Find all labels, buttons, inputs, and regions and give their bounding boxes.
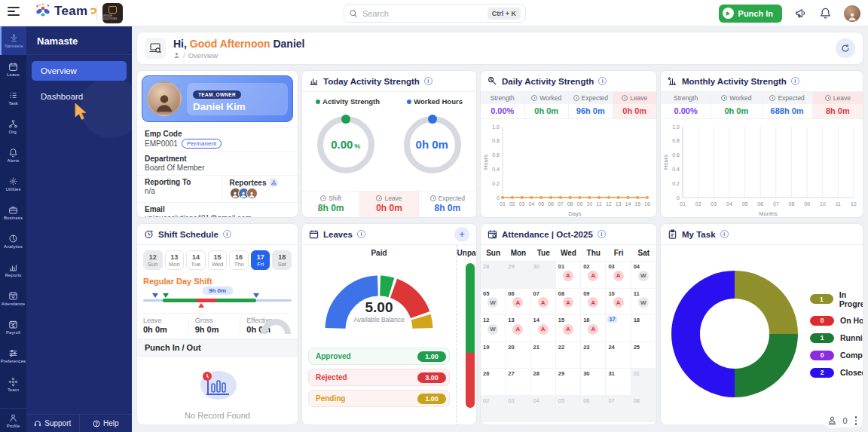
calendar-day-03[interactable]: 03 [506, 396, 530, 423]
add-leave-button[interactable] [454, 227, 469, 242]
calendar-day-19[interactable]: 19 [481, 342, 506, 369]
calendar-day-24[interactable]: 24 [606, 342, 631, 369]
svg-text:10: 10 [820, 201, 826, 207]
calendar-day-04[interactable]: 04W [631, 262, 656, 289]
info-icon[interactable] [598, 230, 606, 238]
sidebar-item-business[interactable]: Business [0, 198, 26, 227]
sidebar-item-attendance[interactable]: Attendance [0, 284, 26, 313]
help-button[interactable]: Help [79, 415, 133, 432]
gauge-ring: 0h 0m [404, 116, 461, 173]
shift-timeline: 9h 0m [143, 286, 292, 309]
calendar-day-26[interactable]: 26 [481, 369, 506, 396]
calendar-day-30[interactable]: 30 [531, 262, 556, 289]
sidebar-item-alerts[interactable]: Alerts [0, 141, 26, 170]
info-icon[interactable] [598, 77, 607, 85]
day-pill-fri[interactable]: 17Fri [251, 250, 270, 270]
search-input[interactable] [362, 9, 483, 18]
calendar-day-28[interactable]: 28 [481, 262, 506, 289]
sidebar-item-payroll[interactable]: Payroll [0, 313, 26, 342]
info-icon[interactable] [791, 77, 799, 85]
day-pill-mon[interactable]: 13Mon [165, 250, 185, 270]
calendar-day-16[interactable]: 16A [581, 315, 606, 342]
profile-card: TEAM_OWNER Daniel Kim Emp Code EMP0001 P… [136, 70, 298, 218]
calendar-day-31[interactable]: 31 [606, 369, 631, 396]
calendar-day-08[interactable]: 08 [631, 396, 656, 423]
calendar-day-27[interactable]: 27 [506, 369, 530, 396]
calendar-day-30[interactable]: 30 [581, 369, 606, 396]
sidebar-item-preferences[interactable]: Preferences [0, 342, 26, 370]
calendar-day-03[interactable]: 03A [606, 262, 631, 289]
calendar-day-25[interactable]: 25 [631, 342, 656, 369]
sidebar-item-utilities[interactable]: Utilities [0, 170, 26, 198]
info-icon[interactable] [424, 77, 432, 85]
sidebar-item-leave[interactable]: Leave [0, 55, 26, 84]
calendar-day-13[interactable]: 13A [506, 315, 530, 342]
day-pill-thu[interactable]: 16Thu [229, 250, 249, 270]
day-pill-wed[interactable]: 15Wed [208, 250, 228, 270]
svg-text:0.2: 0.2 [492, 181, 500, 186]
calendar-day-01[interactable]: 01A [556, 262, 581, 289]
svg-text:05: 05 [742, 201, 748, 207]
calendar-day-10[interactable]: 10A [606, 289, 631, 316]
panel-item-dashboard[interactable]: Dashboard [32, 87, 127, 106]
calendar-day-02[interactable]: 02 [481, 396, 506, 423]
sidebar-item-analytics[interactable]: Analytics [0, 227, 26, 256]
calendar-day-02[interactable]: 02A [581, 262, 606, 289]
calendar-day-08[interactable]: 08A [556, 289, 581, 316]
calendar-day-05[interactable]: 05 [556, 396, 581, 423]
info-icon[interactable] [357, 230, 365, 238]
calendar-day-22[interactable]: 22 [556, 342, 581, 369]
announcements-icon[interactable] [794, 7, 807, 20]
calendar-day-28[interactable]: 28 [531, 369, 556, 396]
calendar-day-29[interactable]: 29 [556, 369, 581, 396]
calendar-day-06[interactable]: 06 [581, 396, 606, 423]
support-button[interactable]: Support [26, 415, 79, 432]
svg-text:04: 04 [726, 201, 732, 207]
punch-in-button[interactable]: Punch In [719, 5, 782, 23]
calendar-day-09[interactable]: 09A [581, 289, 606, 316]
global-search[interactable]: Ctrl + K [344, 4, 526, 23]
svg-text:03: 03 [711, 201, 717, 207]
calendar-day-04[interactable]: 04 [531, 396, 556, 423]
info-icon[interactable] [223, 230, 231, 238]
sidebar-item-reports[interactable]: Reports [0, 256, 26, 284]
sidebar-item-profile[interactable]: Profile [0, 408, 26, 432]
calendar-day-07[interactable]: 07 [606, 396, 631, 423]
hierarchy-icon[interactable] [269, 178, 278, 187]
stat-worked: Worked0h 0m [711, 92, 761, 118]
user-avatar[interactable] [844, 5, 860, 22]
calendar-day-21[interactable]: 21 [531, 342, 556, 369]
notifications-bell-icon[interactable] [819, 7, 832, 20]
calendar-day-15[interactable]: 15A [556, 315, 581, 342]
reportees-avatars[interactable] [230, 188, 290, 199]
calendar-day-11[interactable]: 11W [631, 289, 656, 316]
calendar-day-06[interactable]: 06A [506, 289, 530, 316]
calendar-day-01[interactable]: 01 [631, 369, 656, 396]
calendar-day-18[interactable]: 18 [631, 315, 656, 342]
person-status-icon[interactable] [827, 415, 837, 425]
calendar-day-20[interactable]: 20 [506, 342, 530, 369]
shift-clock-icon [144, 229, 154, 239]
calendar-day-12[interactable]: 12W [481, 315, 506, 342]
hamburger-menu-icon[interactable] [8, 7, 21, 19]
day-pill-sat[interactable]: 18Sat [272, 250, 292, 270]
calendar-day-23[interactable]: 23 [581, 342, 606, 369]
calendar-day-29[interactable]: 29 [506, 262, 530, 289]
info-icon[interactable] [720, 230, 729, 238]
day-pill-tue[interactable]: 14Tue [186, 250, 206, 270]
calendar-day-07[interactable]: 07A [531, 289, 556, 316]
calendar-day-14[interactable]: 14A [531, 315, 556, 342]
sidebar-item-org[interactable]: Org. [0, 112, 26, 141]
sidebar-item-team[interactable]: Team [0, 370, 26, 399]
calendar-day-05[interactable]: 05W [481, 289, 506, 316]
calendar-day-17[interactable]: 17 [606, 315, 631, 342]
refresh-button[interactable] [836, 38, 855, 58]
panel-item-overview[interactable]: Overview [32, 61, 127, 81]
sidebar-item-namaste[interactable]: Namaste [0, 26, 26, 55]
logo-text: Team [54, 4, 87, 19]
sidebar-item-task[interactable]: Task [0, 84, 26, 112]
day-pill-sun[interactable]: 12Sun [143, 250, 163, 270]
reporting-to: n/a [145, 187, 214, 195]
more-options-icon[interactable] [853, 415, 860, 426]
status-count: 0 [842, 416, 847, 425]
